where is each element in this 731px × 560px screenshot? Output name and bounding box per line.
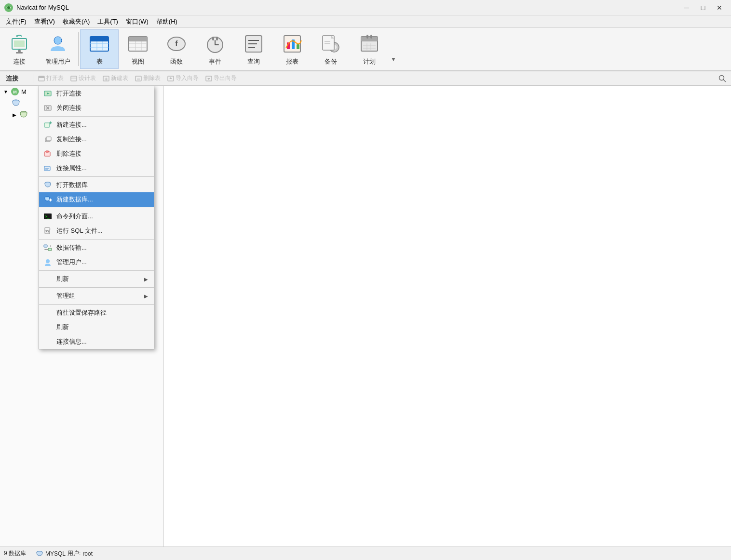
toolbar-view-label: 视图	[132, 57, 144, 66]
svg-text:f: f	[175, 40, 178, 48]
svg-rect-52	[71, 76, 77, 81]
svg-rect-74	[44, 123, 50, 127]
svg-rect-25	[216, 37, 218, 40]
close-button[interactable]: ✕	[712, 2, 727, 13]
svg-line-64	[724, 80, 726, 81]
svg-rect-3	[14, 40, 25, 47]
toolbar-table-button[interactable]: 表	[80, 29, 119, 69]
ctx-sep-5	[39, 270, 154, 271]
main-area: ▼ M M ▶	[0, 86, 731, 547]
svg-rect-94	[48, 248, 52, 251]
new-table-button[interactable]: 新建表	[100, 73, 131, 83]
app-title: Navicat for MySQL	[16, 4, 69, 11]
ctx-command-line-label: 命令列介面...	[56, 212, 148, 221]
tree-chevron-db2: ▶	[12, 112, 17, 118]
ctx-open-connection[interactable]: 打开连接	[39, 86, 154, 101]
tree-icon-db2	[19, 110, 28, 119]
menu-file[interactable]: 文件(F)	[2, 15, 30, 27]
ctx-data-transfer[interactable]: 数据传输...	[39, 240, 154, 255]
refresh2-icon	[43, 322, 53, 332]
svg-marker-62	[207, 78, 210, 80]
ctx-open-database-label: 打开数据库	[56, 181, 148, 189]
open-table-button[interactable]: 打开表	[35, 73, 67, 83]
ctx-open-database[interactable]: 打开数据库	[39, 178, 154, 192]
menu-window[interactable]: 窗口(W)	[122, 15, 152, 27]
manage-users-icon	[46, 32, 69, 55]
ctx-connection-props[interactable]: 连接属性...	[39, 161, 154, 175]
ctx-close-connection[interactable]: 关闭连接	[39, 101, 154, 115]
ctx-sep-2	[39, 176, 154, 177]
svg-rect-80	[46, 151, 49, 152]
ctx-refresh-2[interactable]: 刷新	[39, 320, 154, 334]
svg-rect-5	[16, 52, 23, 53]
svg-rect-16	[129, 37, 147, 41]
toolbar-backup-button[interactable]: 备份	[311, 29, 350, 69]
toolbar-connect-button[interactable]: 连接	[0, 29, 39, 69]
ctx-command-line[interactable]: >_ 命令列介面...	[39, 209, 154, 224]
svg-rect-51	[39, 76, 44, 78]
title-bar: Navicat for MySQL ─ □ ✕	[0, 0, 731, 15]
svg-rect-57	[135, 76, 141, 81]
search-button[interactable]	[716, 74, 729, 83]
toolbar-sep-1	[78, 32, 79, 66]
toolbar-schedule-button[interactable]: 计划	[350, 29, 389, 69]
dup-conn-icon	[43, 134, 53, 144]
ctx-duplicate-connection[interactable]: 复制连接...	[39, 132, 154, 147]
ctx-connection-props-label: 连接属性...	[56, 164, 148, 173]
toolbar-query-button[interactable]: 查询	[234, 29, 273, 69]
toolbar-report-button[interactable]: 报表	[273, 29, 311, 69]
ctx-set-save-path[interactable]: 前往设置保存路径	[39, 306, 154, 320]
ctx-sep-4	[39, 239, 154, 240]
minimize-button[interactable]: ─	[679, 2, 694, 13]
ctx-manage-group[interactable]: 管理组 ▶	[39, 289, 154, 303]
tree-label-root: M	[21, 88, 27, 95]
import-wizard-button[interactable]: 导入向导	[164, 73, 202, 83]
ctx-new-connection[interactable]: 新建连接...	[39, 118, 154, 132]
view-icon	[126, 32, 149, 55]
maximize-button[interactable]: □	[695, 2, 711, 13]
toolbar-view-button[interactable]: 视图	[119, 29, 157, 69]
new-db-icon	[43, 195, 53, 204]
menu-view[interactable]: 查看(V)	[30, 15, 59, 27]
delete-table-icon	[135, 75, 142, 82]
context-menu: 打开连接 关闭连接	[39, 86, 154, 349]
ctx-open-connection-label: 打开连接	[56, 89, 148, 98]
svg-rect-10	[90, 37, 108, 41]
toolbar-function-button[interactable]: f 函数	[157, 29, 196, 69]
ctx-duplicate-connection-label: 复制连接...	[56, 135, 148, 144]
svg-rect-44	[366, 35, 368, 39]
ctx-manage-users[interactable]: 管理用户...	[39, 255, 154, 269]
users-icon	[43, 257, 53, 267]
ctx-refresh-2-label: 刷新	[56, 323, 148, 332]
toolbar-event-button[interactable]: 事件	[196, 29, 234, 69]
delete-table-button[interactable]: 删除表	[132, 73, 163, 83]
tree-icon-root: M	[11, 87, 19, 96]
toolbar-more-btn[interactable]: ▼	[389, 54, 398, 65]
design-table-button[interactable]: 设计表	[68, 73, 99, 83]
set-save-path-icon	[43, 308, 53, 318]
ctx-delete-connection[interactable]: 删除连接	[39, 147, 154, 161]
ctx-connection-info[interactable]: 连接信息...	[39, 334, 154, 349]
open-db-icon	[43, 180, 53, 190]
menu-help[interactable]: 帮助(H)	[152, 15, 181, 27]
design-table-icon	[70, 75, 77, 82]
design-table-label: 设计表	[79, 74, 96, 82]
ctx-refresh[interactable]: 刷新 ▶	[39, 272, 154, 286]
ctx-run-sql[interactable]: SQL 运行 SQL 文件...	[39, 224, 154, 238]
ctx-new-connection-label: 新建连接...	[56, 120, 148, 129]
ctx-manage-users-label: 管理用户...	[56, 258, 148, 267]
export-wizard-button[interactable]: 导出向导	[203, 73, 240, 83]
menu-tools[interactable]: 工具(T)	[94, 15, 122, 27]
ctx-data-transfer-label: 数据传输...	[56, 243, 148, 252]
schedule-icon	[358, 32, 381, 55]
connect-icon	[8, 32, 31, 55]
cmd-icon: >_	[43, 212, 53, 221]
toolbar-table-label: 表	[96, 57, 103, 66]
sidebar: ▼ M M ▶	[0, 86, 164, 547]
ctx-close-connection-label: 关闭连接	[56, 104, 148, 112]
menu-bar: 文件(F) 查看(V) 收藏夹(A) 工具(T) 窗口(W) 帮助(H)	[0, 15, 731, 28]
toolbar-manage-users-button[interactable]: 管理用户	[39, 29, 77, 69]
menu-favorites[interactable]: 收藏夹(A)	[59, 15, 94, 27]
toolbar-schedule-label: 计划	[363, 57, 376, 66]
ctx-new-database[interactable]: 新建数据库...	[39, 192, 154, 207]
